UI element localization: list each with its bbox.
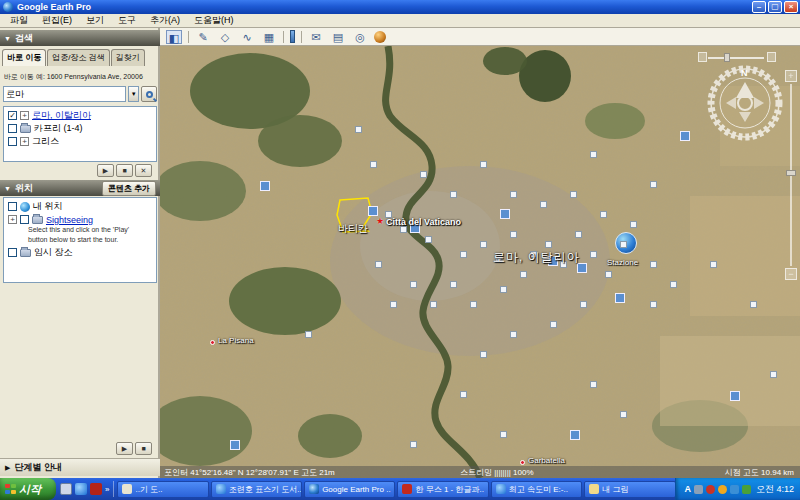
add-polygon-icon[interactable]: ◇ — [217, 30, 233, 44]
photo-icon[interactable] — [650, 301, 657, 308]
menu-item-2[interactable]: 보기 — [80, 13, 110, 28]
taskbar-task-5[interactable]: 내 그림 — [584, 481, 675, 498]
search-result-row[interactable]: ✓+로마, 이탈리아 — [4, 109, 156, 122]
search-button[interactable] — [141, 86, 157, 102]
globe-icon[interactable] — [374, 31, 386, 43]
photo-icon[interactable] — [400, 226, 407, 233]
taskbar-task-3[interactable]: 한 무스 1 - 한글과.. — [397, 481, 488, 498]
show-desktop-icon[interactable] — [60, 483, 72, 495]
zoom-slider[interactable]: + − — [785, 70, 798, 280]
menu-item-4[interactable]: 추가(A) — [144, 13, 186, 28]
photo-icon[interactable] — [500, 431, 507, 438]
step-by-step-bar[interactable]: ▶ 단계별 안내 — [0, 458, 160, 476]
checkbox[interactable] — [8, 202, 17, 211]
photo-icon[interactable] — [615, 293, 625, 303]
photo-icon[interactable] — [730, 391, 740, 401]
add-content-button[interactable]: 콘텐츠 추가 — [102, 181, 156, 196]
stop-tour-button[interactable]: ■ — [135, 442, 152, 455]
photo-icon[interactable] — [500, 209, 510, 219]
photo-icon[interactable] — [305, 331, 312, 338]
photo-icon[interactable] — [590, 381, 597, 388]
menu-item-0[interactable]: 파일 — [4, 13, 34, 28]
photo-icon[interactable] — [575, 231, 582, 238]
photo-icon[interactable] — [480, 161, 487, 168]
search-panel-header[interactable]: ▼ 검색 — [0, 30, 160, 46]
close-button[interactable]: × — [784, 1, 798, 13]
photo-icon[interactable] — [590, 251, 597, 258]
minimize-button[interactable]: – — [752, 1, 766, 13]
photo-icon[interactable] — [520, 271, 527, 278]
search-input[interactable] — [3, 86, 126, 102]
placemark-star-icon[interactable]: ★ — [376, 216, 384, 226]
tab-2[interactable]: 길찾기 — [111, 49, 145, 66]
ruler-icon[interactable] — [290, 30, 295, 43]
photo-icon[interactable] — [680, 131, 690, 141]
add-path-icon[interactable]: ∿ — [239, 30, 255, 44]
photo-icon[interactable] — [620, 241, 627, 248]
photo-icon[interactable] — [355, 126, 362, 133]
internet-explorer-icon[interactable] — [75, 483, 87, 495]
photo-icon[interactable] — [510, 331, 517, 338]
titlebar[interactable]: Google Earth Pro – ▢ × — [0, 0, 800, 14]
photo-icon[interactable] — [410, 441, 417, 448]
photo-icon[interactable] — [620, 411, 627, 418]
photo-icon[interactable] — [570, 191, 577, 198]
photo-icon[interactable] — [425, 236, 432, 243]
photo-icon[interactable] — [650, 261, 657, 268]
photo-icon[interactable] — [750, 301, 757, 308]
volume-tray-icon[interactable] — [694, 485, 703, 494]
taskbar-task-1[interactable]: 조련호 표스기 도서.. — [211, 481, 302, 498]
places-panel-header[interactable]: ▼ 위치 콘텐츠 추가 — [0, 180, 160, 196]
photo-icon[interactable] — [370, 161, 377, 168]
quick-launch-overflow-icon[interactable]: » — [105, 485, 109, 494]
taskbar-task-2[interactable]: Google Earth Pro .. — [304, 481, 395, 498]
checkbox[interactable] — [8, 137, 17, 146]
photo-icon[interactable] — [605, 271, 612, 278]
photo-icon[interactable] — [390, 301, 397, 308]
checkbox[interactable] — [8, 124, 17, 133]
photo-icon[interactable] — [590, 151, 597, 158]
photo-icon[interactable] — [770, 371, 777, 378]
checkbox[interactable]: ✓ — [8, 111, 17, 120]
security-tray-icon[interactable] — [706, 485, 715, 494]
photo-icon[interactable] — [500, 286, 507, 293]
start-button[interactable]: 시작 — [0, 478, 56, 500]
photo-icon[interactable] — [540, 201, 547, 208]
zoom-out-button[interactable]: − — [785, 268, 797, 280]
photo-icon[interactable] — [450, 281, 457, 288]
zoom-in-button[interactable]: + — [785, 70, 797, 82]
photo-icon[interactable] — [650, 181, 657, 188]
photo-icon[interactable] — [630, 221, 637, 228]
photo-icon[interactable] — [580, 301, 587, 308]
search-result-row[interactable]: 카프리 (1-4) — [4, 122, 156, 135]
clear-results-button[interactable]: ✕ — [135, 164, 152, 177]
acrobat-icon[interactable] — [90, 483, 102, 495]
checkbox[interactable] — [8, 248, 17, 257]
expander-icon[interactable]: + — [20, 137, 29, 146]
photo-icon[interactable] — [710, 261, 717, 268]
photo-icon[interactable] — [480, 241, 487, 248]
tab-1[interactable]: 업종/장소 검색 — [47, 49, 109, 66]
photo-icon[interactable] — [368, 206, 378, 216]
play-tour-button[interactable]: ▶ — [97, 164, 114, 177]
add-placemark-icon[interactable]: ✎ — [195, 30, 211, 44]
network-tray-icon[interactable] — [730, 485, 739, 494]
photo-icon[interactable] — [550, 321, 557, 328]
placemark-dot-icon[interactable] — [210, 340, 215, 345]
combo-dropdown-icon[interactable]: ▼ — [128, 86, 139, 102]
photo-icon[interactable] — [420, 171, 427, 178]
photo-icon[interactable] — [450, 191, 457, 198]
photo-icon[interactable] — [545, 241, 552, 248]
photo-icon[interactable] — [510, 231, 517, 238]
play-tour-button[interactable]: ▶ — [116, 442, 133, 455]
tilt-min-icon[interactable] — [698, 52, 707, 62]
tree-row-my-places[interactable]: 내 위치 — [4, 200, 156, 213]
messenger-tray-icon[interactable] — [742, 485, 751, 494]
photo-icon[interactable] — [480, 351, 487, 358]
menu-item-1[interactable]: 편집(E) — [36, 13, 78, 28]
tilt-max-icon[interactable] — [767, 52, 776, 62]
search-result-row[interactable]: +그리스 — [4, 135, 156, 148]
photo-icon[interactable] — [570, 430, 580, 440]
menu-item-3[interactable]: 도구 — [112, 13, 142, 28]
clock-tray-icon[interactable] — [718, 485, 727, 494]
